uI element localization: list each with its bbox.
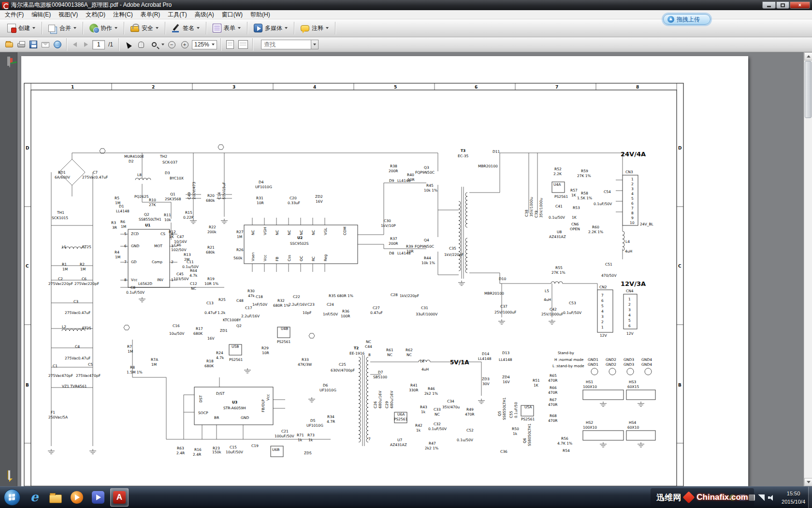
menu-item[interactable]: 文档(D): [82, 10, 109, 19]
marquee-zoom-button[interactable]: [148, 39, 160, 50]
titlebar: 海尔液晶电源板0094001386A_原理图.pdf - Adobe Acrob…: [0, 0, 812, 10]
schematic-label: R1: [62, 263, 67, 267]
drag-upload-button[interactable]: 拖拽上传: [663, 14, 710, 25]
scroll-down-icon: [807, 481, 811, 483]
schematic-label: C18: [256, 295, 263, 299]
close-button[interactable]: ×: [790, 1, 810, 9]
scrollbar-thumb[interactable]: [805, 61, 812, 118]
save-button[interactable]: [28, 39, 39, 50]
tray-volume-icon[interactable]: [768, 494, 774, 501]
schematic-label: BD1: [58, 171, 66, 175]
menu-item[interactable]: 高级(A): [191, 10, 218, 19]
email-button[interactable]: [40, 39, 51, 50]
menu-item[interactable]: 文件(F): [1, 10, 28, 19]
schematic-label: 3: [601, 315, 604, 319]
task-button-create[interactable]: 创建: [3, 21, 39, 35]
menu-item[interactable]: 窗口(W): [218, 10, 246, 19]
show-desktop-button[interactable]: [808, 487, 812, 508]
scroll-down-button[interactable]: [804, 478, 812, 486]
separator: [66, 38, 67, 51]
previous-page-button[interactable]: [70, 40, 80, 49]
task-button-collaborate[interactable]: 协作: [86, 21, 121, 35]
taskbar-button-wmp[interactable]: [68, 488, 86, 507]
taskbar-clock[interactable]: 15:50 2015/10/4: [782, 490, 805, 506]
menu-item[interactable]: 帮助(H): [246, 10, 274, 19]
page-number-input[interactable]: [92, 40, 105, 49]
find-input[interactable]: [261, 40, 311, 49]
schematic-label: B: [678, 383, 682, 388]
schematic-label: Vcc: [131, 278, 137, 282]
schematic-label: GND1: [588, 363, 598, 367]
taskbar-button-player[interactable]: [89, 488, 107, 507]
zoom-tool-caret-icon[interactable]: [161, 44, 164, 45]
next-page-button[interactable]: [81, 40, 91, 49]
hand-tool-button[interactable]: [135, 39, 147, 50]
scroll-up-button[interactable]: [804, 52, 812, 60]
tray-network-icon[interactable]: [758, 494, 765, 501]
document-canvas[interactable]: BD16A/600VC7275Vac0.47uFMUR4100ED2TH2SCK…: [18, 52, 804, 486]
minimize-button[interactable]: [762, 1, 776, 9]
schematic-label: C17: [245, 306, 252, 310]
separator: [118, 38, 119, 51]
task-button-secure[interactable]: 安全: [127, 22, 162, 35]
schematic-label: R15: [185, 211, 192, 215]
schematic-label: VZ1 TVR4561: [62, 385, 87, 388]
actual-size-button[interactable]: [224, 39, 236, 50]
menu-item[interactable]: 视图(V): [55, 10, 82, 19]
task-button-comment[interactable]: 注释: [297, 22, 333, 35]
schematic-label: C41: [555, 205, 563, 209]
signatures-panel-button[interactable]: [9, 57, 10, 66]
schematic-label: R44: [424, 256, 431, 260]
find-bar: [261, 40, 319, 49]
maximize-button[interactable]: [776, 1, 789, 9]
open-folder-button[interactable]: [4, 39, 14, 50]
start-button[interactable]: [4, 489, 20, 506]
zoom-out-button[interactable]: −: [166, 39, 177, 50]
schematic-label: CS: [160, 232, 165, 236]
chevron-down-icon: [238, 27, 241, 29]
zoom-in-button[interactable]: +: [179, 39, 190, 50]
task-button-label: 合并: [59, 24, 71, 32]
zoom-level-select[interactable]: 125%: [192, 40, 217, 49]
task-button-combine[interactable]: 合并: [44, 22, 80, 35]
taskbar-button-acrobat[interactable]: A: [110, 488, 129, 507]
schematic-label: C27: [373, 306, 380, 310]
schematic-label: TH1: [57, 211, 64, 215]
schematic-label: CN4: [626, 289, 634, 293]
schematic-label: 0.1uF/50V: [563, 311, 581, 315]
menu-item[interactable]: 编辑(E): [28, 10, 55, 19]
schematic-label: L8: [137, 173, 142, 177]
find-options-button[interactable]: [311, 40, 319, 49]
task-button-sign[interactable]: 签名: [168, 21, 203, 35]
schematic-label: FQP9N50C: [415, 245, 434, 249]
schematic-label: Q2: [236, 324, 242, 328]
schematic-label: C49: [188, 192, 191, 199]
taskbar-button-ie[interactable]: e: [25, 488, 44, 507]
save-icon: [29, 41, 37, 48]
schematic-label: D1: [119, 205, 124, 209]
schematic-label: C16: [173, 324, 180, 328]
vertical-scrollbar[interactable]: [804, 52, 812, 486]
schematic-label: FB: [276, 257, 279, 261]
web-icon: [54, 41, 61, 48]
task-button-forms[interactable]: 表单: [209, 21, 245, 35]
menu-item[interactable]: 工具(T): [164, 10, 190, 19]
fit-width-button[interactable]: [237, 39, 249, 50]
web-button[interactable]: [52, 39, 63, 50]
schematic-label: 35V/1000u: [530, 197, 534, 217]
menu-item[interactable]: 注释(C): [109, 10, 137, 19]
printer-button[interactable]: [16, 39, 27, 50]
schematic-label: R43: [420, 405, 427, 409]
menu-item[interactable]: 表单(R): [137, 10, 164, 19]
schematic-label: 7: [124, 260, 127, 264]
attachments-panel-button[interactable]: [8, 470, 10, 480]
schematic-label: R58: [581, 192, 588, 195]
window-controls: ×: [762, 1, 810, 9]
pdf-page[interactable]: BD16A/600VC7275Vac0.47uFMUR4100ED2TH2SCK…: [21, 56, 748, 486]
taskbar-button-explorer[interactable]: [46, 488, 65, 507]
schematic-label: 1nF/50V: [323, 313, 338, 316]
task-button-multimedia[interactable]: 多媒体: [250, 21, 291, 35]
chevron-down-icon: [285, 27, 288, 29]
select-tool-button[interactable]: [122, 39, 134, 50]
task-button-label: 表单: [224, 24, 235, 32]
